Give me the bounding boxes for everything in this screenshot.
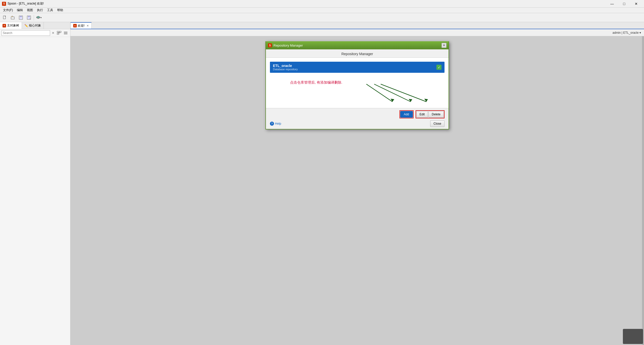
dialog-titlebar: S Repository Manager ✕ xyxy=(266,41,449,49)
close-dialog-button[interactable]: Close xyxy=(430,120,445,127)
dialog-header: Repository Manager xyxy=(266,49,449,58)
edit-delete-highlight: Edit Delete xyxy=(416,110,445,118)
tab-welcome[interactable]: S 欢迎! ✕ xyxy=(70,22,92,29)
help-icon: ? xyxy=(270,122,274,126)
annotation-text: 点击仓库管理后, 有添加编译删除. xyxy=(290,80,445,85)
footer-help-row: ? Help Close xyxy=(270,120,445,127)
search-clear-button[interactable]: ✕ xyxy=(51,31,55,35)
add-button[interactable]: Add xyxy=(400,111,413,118)
svg-rect-3 xyxy=(20,16,22,17)
svg-line-22 xyxy=(374,84,411,102)
delete-button[interactable]: Delete xyxy=(428,111,444,118)
help-label: Help xyxy=(275,122,281,125)
help-link[interactable]: ? Help xyxy=(270,122,281,126)
right-content: S Repository Manager ✕ Repository Manage… xyxy=(70,36,644,345)
close-button[interactable]: ✕ xyxy=(630,0,642,8)
toolbar-new[interactable] xyxy=(1,14,9,21)
toolbar-separator-1 xyxy=(34,15,34,20)
svg-rect-6 xyxy=(28,16,30,17)
dialog-header-title: Repository Manager xyxy=(341,52,373,56)
dialog-footer: Add Edit Delete ? Help xyxy=(266,108,449,129)
repo-name: ETL_oracle xyxy=(273,64,298,68)
search-bar: ✕ xyxy=(0,29,70,37)
menu-edit[interactable]: 编辑 xyxy=(15,8,25,13)
tab-core-objects[interactable]: ✏️ 核心对象 xyxy=(22,22,44,29)
list-view-button[interactable] xyxy=(63,30,69,36)
toolbar-layers[interactable]: ▾ xyxy=(35,14,43,21)
svg-line-20 xyxy=(366,84,392,102)
modal-overlay: S Repository Manager ✕ Repository Manage… xyxy=(70,36,644,345)
tab-main-objects-label: 主对象树 xyxy=(7,23,19,28)
left-panel-content xyxy=(0,37,70,345)
tab-welcome-close[interactable]: ✕ xyxy=(87,24,89,27)
window-title: Spoon - [ETL_oracle] 欢迎! xyxy=(8,2,606,6)
toolbar-saveas[interactable]: + xyxy=(25,14,33,21)
svg-rect-4 xyxy=(20,17,22,19)
tree-view-button[interactable] xyxy=(56,30,62,36)
toolbar-save[interactable] xyxy=(17,14,25,21)
menu-bar: 文件(F) 编辑 视图 执行 工具 帮助 xyxy=(0,8,644,13)
dialog-body: ETL_oracle Database repository ✓ 点击仓库管理后… xyxy=(266,58,449,108)
dialog-close-button[interactable]: ✕ xyxy=(441,43,447,48)
repo-item[interactable]: ETL_oracle Database repository ✓ xyxy=(270,62,445,73)
user-info[interactable]: admin | ETL_oracle ▾ xyxy=(613,31,641,34)
edit-button[interactable]: Edit xyxy=(416,111,428,118)
tab-core-objects-label: 核心对象 xyxy=(29,23,41,28)
left-panel-tabs: S 主对象树 ✏️ 核心对象 xyxy=(0,22,70,29)
svg-marker-21 xyxy=(391,99,394,102)
add-button-highlight: Add xyxy=(399,110,414,118)
tab-main-objects[interactable]: S 主对象树 xyxy=(0,22,22,29)
dialog-title: Repository Manager xyxy=(273,44,440,47)
menu-file[interactable]: 文件(F) xyxy=(1,8,15,13)
repo-item-left: ETL_oracle Database repository xyxy=(273,64,298,71)
svg-rect-12 xyxy=(59,31,61,32)
core-objects-icon: ✏️ xyxy=(24,24,28,27)
svg-line-24 xyxy=(381,84,426,102)
menu-execute[interactable]: 执行 xyxy=(35,8,45,13)
svg-marker-25 xyxy=(424,99,428,102)
search-view-icons xyxy=(56,30,69,36)
title-bar: S Spoon - [ETL_oracle] 欢迎! — □ ✕ xyxy=(0,0,644,8)
search-input[interactable] xyxy=(2,30,50,36)
right-panel: S 欢迎! ✕ admin | ETL_oracle ▾ S Repositor… xyxy=(70,22,644,345)
tab-welcome-label: 欢迎! xyxy=(78,24,85,28)
menu-view[interactable]: 视图 xyxy=(25,8,35,13)
welcome-tab-icon: S xyxy=(73,24,77,27)
toolbar: + ▾ xyxy=(0,13,644,22)
tabs-bar: S 欢迎! ✕ xyxy=(70,22,644,29)
repository-manager-dialog: S Repository Manager ✕ Repository Manage… xyxy=(265,41,449,129)
window-controls: — □ ✕ xyxy=(606,0,642,8)
right-header: admin | ETL_oracle ▾ xyxy=(70,29,644,36)
minimize-button[interactable]: — xyxy=(606,0,618,8)
repo-check-icon: ✓ xyxy=(436,65,441,70)
repo-type: Database repository xyxy=(273,68,298,71)
svg-text:+: + xyxy=(29,18,30,20)
left-panel: S 主对象树 ✏️ 核心对象 ✕ xyxy=(0,22,70,345)
dialog-app-icon: S xyxy=(268,43,272,47)
toolbar-open[interactable] xyxy=(9,14,17,21)
svg-rect-13 xyxy=(57,33,59,34)
menu-tools[interactable]: 工具 xyxy=(45,8,55,13)
main-layout: S 主对象树 ✏️ 核心对象 ✕ xyxy=(0,22,644,345)
app-icon: S xyxy=(2,2,6,6)
maximize-button[interactable]: □ xyxy=(618,0,630,8)
svg-marker-23 xyxy=(409,99,412,102)
menu-help[interactable]: 帮助 xyxy=(55,8,65,13)
svg-rect-11 xyxy=(57,31,59,32)
footer-buttons-row: Add Edit Delete xyxy=(270,110,445,118)
svg-rect-1 xyxy=(11,17,14,19)
main-objects-icon: S xyxy=(3,24,6,27)
